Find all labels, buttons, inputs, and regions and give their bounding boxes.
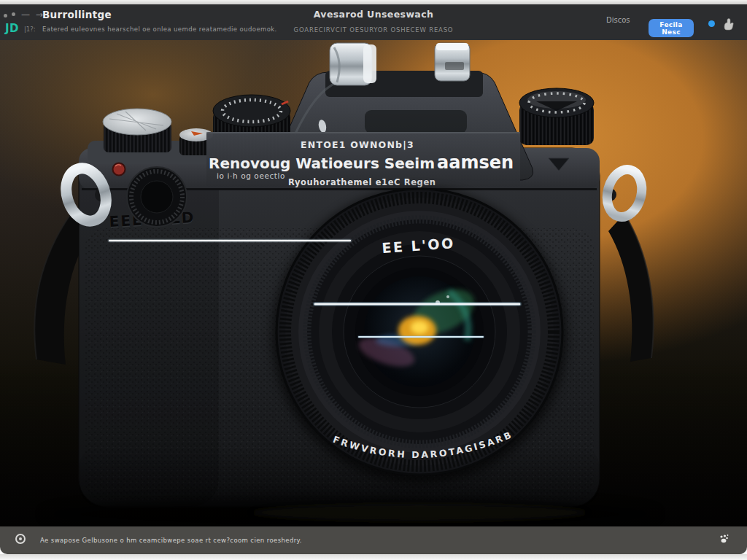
target-icon: [15, 534, 26, 544]
app-header: — → Burrollintge JD |1?: Eatered euleovn…: [0, 4, 747, 40]
page-title: Burrollintge: [42, 9, 112, 20]
app-window: — → Burrollintge JD |1?: Eatered euleovn…: [0, 0, 747, 560]
camera-illustration: ENTOE1 OWNONb|3 Renovoug Watioeurs Seeim…: [0, 40, 747, 526]
camera-plate-line1: ENTOE1 OWNONb|3: [301, 139, 414, 150]
center-subtitle: GOARECIRVCIT OESURYOR OSHECEW REASO: [228, 26, 519, 34]
notification-dot-icon: [708, 20, 715, 27]
paw-icon[interactable]: [718, 534, 729, 545]
camera-plate-line2: Renovoug Watioeurs Seeimaamsen: [209, 152, 514, 173]
brand-logo[interactable]: JD: [5, 22, 19, 35]
camera-plate-line3: io i·h og oeectlo: [217, 171, 285, 180]
menu-label[interactable]: Discos: [606, 16, 630, 24]
camera-plate-line4: Ryouhorathemel e1eC Regen: [288, 177, 436, 187]
status-message: Ae swapose Gelbusone o hm ceamcibwepe so…: [40, 537, 302, 544]
status-bar: Ae swapose Gelbusone o hm ceamcibwepe so…: [0, 526, 747, 554]
back-icon[interactable]: —: [21, 9, 30, 20]
hero-image: ENTOE1 OWNONb|3 Renovoug Watioeurs Seeim…: [0, 40, 747, 526]
logo-mark: |1?:: [24, 26, 36, 33]
window-control-dot[interactable]: [4, 14, 7, 18]
hand-icon[interactable]: [721, 18, 736, 32]
window-control-dot[interactable]: [12, 12, 15, 16]
primary-action-button[interactable]: Fecila Nesc: [649, 19, 694, 37]
window-bottom-strip: [0, 554, 747, 560]
dial-right[interactable]: [519, 88, 594, 145]
camera-name-plate: ENTOE1 OWNONb|3 Renovoug Watioeurs Seeim…: [206, 132, 520, 187]
center-title: Avesarod Unseeswach: [228, 9, 519, 20]
dial-silver[interactable]: [103, 109, 171, 152]
front-dial[interactable]: [127, 167, 187, 227]
